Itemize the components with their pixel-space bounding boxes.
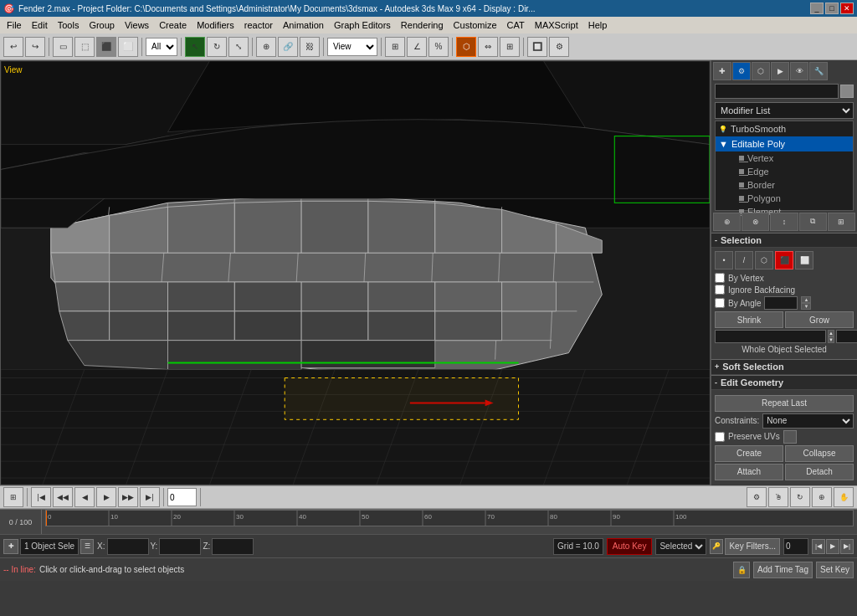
tb2-btn6[interactable]: ▶▶ (118, 487, 138, 507)
menu-cat[interactable]: CAT (502, 18, 530, 32)
grow-button[interactable]: Grow (785, 311, 854, 328)
redo-button[interactable]: ↪ (25, 37, 45, 57)
transform-gizmo-icon[interactable]: ✚ (3, 539, 18, 554)
pb-play-btn[interactable]: ▶ (826, 539, 839, 554)
close-button[interactable]: ✕ (840, 3, 854, 14)
lock-icon[interactable]: 🔒 (733, 562, 750, 578)
select-region-button[interactable]: ⬚ (74, 37, 95, 57)
angle-value-input[interactable]: 45.0 (764, 296, 798, 310)
vertex-sel-icon[interactable]: • (715, 251, 733, 270)
poly-sel-icon[interactable]: ⬛ (775, 251, 793, 270)
z-coord-input[interactable] (212, 538, 254, 555)
select-by-name-icon[interactable]: ☰ (80, 539, 94, 554)
angle-spin-up[interactable]: ▲ (801, 296, 811, 303)
tb2-navigate-btn[interactable]: 🖱 (768, 487, 788, 507)
preserve-uvs-checkbox[interactable] (715, 432, 725, 442)
motion-mode-icon[interactable]: ▶ (771, 62, 789, 80)
menu-rendering[interactable]: Rendering (396, 18, 449, 32)
subobj-polygon[interactable]: — Polygon (716, 192, 853, 205)
border-sel-icon[interactable]: ⬡ (755, 251, 773, 270)
stack-btn-1[interactable]: ⊕ (713, 213, 741, 231)
by-vertex-checkbox[interactable] (715, 273, 725, 283)
stack-btn-4[interactable]: ⧉ (799, 213, 827, 231)
angle-spin-down[interactable]: ▼ (801, 303, 811, 310)
maximize-button[interactable]: □ (825, 3, 839, 14)
repeat-last-button[interactable]: Repeat Last (715, 395, 854, 412)
soft-selection-header[interactable]: + Soft Selection (711, 359, 857, 374)
auto-key-button[interactable]: Auto Key (607, 538, 653, 555)
tb2-orbit-btn[interactable]: ↻ (790, 487, 810, 507)
ring-spin-down[interactable]: ▼ (828, 336, 834, 343)
select-scale-button[interactable]: ⤡ (228, 37, 249, 57)
menu-group[interactable]: Group (84, 18, 120, 32)
snap-toggle-button[interactable]: ⊞ (385, 37, 405, 57)
frame-number-input[interactable] (783, 538, 808, 555)
stack-btn-5[interactable]: ⊞ (828, 213, 855, 231)
select-object-button[interactable]: ▭ (53, 37, 73, 57)
selection-filter-select[interactable]: All (146, 38, 177, 56)
elem-sel-icon[interactable]: ⬜ (795, 251, 813, 270)
editable-poly-button[interactable]: ⬡ (456, 37, 476, 57)
mirror-button[interactable]: ⇔ (478, 37, 498, 57)
selected-dropdown[interactable]: Selected (655, 538, 706, 555)
render-button[interactable]: 🔲 (527, 37, 547, 57)
utilities-mode-icon[interactable]: 🔧 (809, 62, 828, 80)
tb2-pan-btn[interactable]: ✋ (834, 487, 854, 507)
subobj-border[interactable]: — Border (716, 178, 853, 192)
edit-geometry-header[interactable]: - Edit Geometry (711, 375, 857, 390)
collapse-button[interactable]: Collapse (785, 445, 854, 462)
set-key-button[interactable]: Set Key (816, 562, 854, 578)
display-mode-icon[interactable]: 👁 (790, 62, 808, 80)
tb2-btn3[interactable]: ◀◀ (53, 487, 73, 507)
tb2-zoom-btn[interactable]: ⊕ (812, 487, 832, 507)
x-coord-input[interactable] (107, 538, 149, 555)
menu-file[interactable]: File (2, 18, 27, 32)
viewport[interactable]: View (0, 60, 711, 485)
ignore-backfacing-checkbox[interactable] (715, 285, 725, 295)
unlink-button[interactable]: ⛓ (300, 37, 320, 57)
select-move-button[interactable]: ↖ (185, 37, 205, 57)
menu-reactor[interactable]: reactor (239, 18, 278, 32)
angle-snap-button[interactable]: ∠ (407, 37, 427, 57)
tb2-btn2[interactable]: |◀ (31, 487, 51, 507)
select-filter[interactable]: ⬛ (96, 37, 116, 57)
tb2-btn4[interactable]: ◀ (74, 487, 95, 507)
stack-btn-2[interactable]: ⊗ (742, 213, 769, 231)
detach-button[interactable]: Detach (785, 464, 854, 480)
tb2-btn7[interactable]: ▶| (140, 487, 160, 507)
undo-button[interactable]: ↩ (3, 37, 23, 57)
menu-create[interactable]: Create (154, 18, 192, 32)
modifier-list-select[interactable]: Modifier List (715, 102, 854, 119)
subobj-edge[interactable]: — Edge (716, 165, 853, 178)
modify-mode-icon[interactable]: ⚙ (732, 62, 751, 80)
object-name-input[interactable]: Plane05 (715, 84, 839, 99)
edge-sel-icon[interactable]: / (735, 251, 753, 270)
menu-maxscript[interactable]: MAXScript (530, 18, 583, 32)
pb-next-btn[interactable]: ▶| (840, 539, 854, 554)
y-coord-input[interactable] (159, 538, 201, 555)
render-setup-button[interactable]: ⚙ (549, 37, 569, 57)
preserve-uvs-settings[interactable] (783, 430, 797, 444)
frame-input[interactable] (167, 488, 197, 506)
constraints-select[interactable]: None Edge Face Normal (762, 413, 854, 429)
link-button[interactable]: 🔗 (278, 37, 298, 57)
selection-section-header[interactable]: - Selection (711, 233, 857, 248)
viewport-select[interactable]: View (327, 38, 377, 56)
select-rotate-button[interactable]: ↻ (207, 37, 227, 57)
reference-coord-button[interactable]: ⊕ (256, 37, 276, 57)
create-button[interactable]: Create (715, 445, 783, 462)
pb-prev-btn[interactable]: |◀ (812, 539, 825, 554)
timeline-track[interactable]: 0 10 20 30 40 50 60 70 80 90 100 (45, 510, 854, 526)
loop-input[interactable]: Loop (836, 330, 857, 343)
object-color-swatch[interactable] (840, 85, 854, 98)
key-filters-button[interactable]: Key Filters... (725, 538, 780, 555)
tb2-btn1[interactable]: ⊞ (3, 487, 23, 507)
menu-views[interactable]: Views (120, 18, 154, 32)
array-button[interactable]: ⊞ (500, 37, 520, 57)
menu-customize[interactable]: Customize (449, 18, 502, 32)
add-time-tag-button[interactable]: Add Time Tag (753, 562, 813, 578)
menu-help[interactable]: Help (583, 18, 613, 32)
menu-animation[interactable]: Animation (278, 18, 329, 32)
attach-button[interactable]: Attach (715, 464, 783, 480)
shrink-button[interactable]: Shrink (715, 311, 783, 328)
